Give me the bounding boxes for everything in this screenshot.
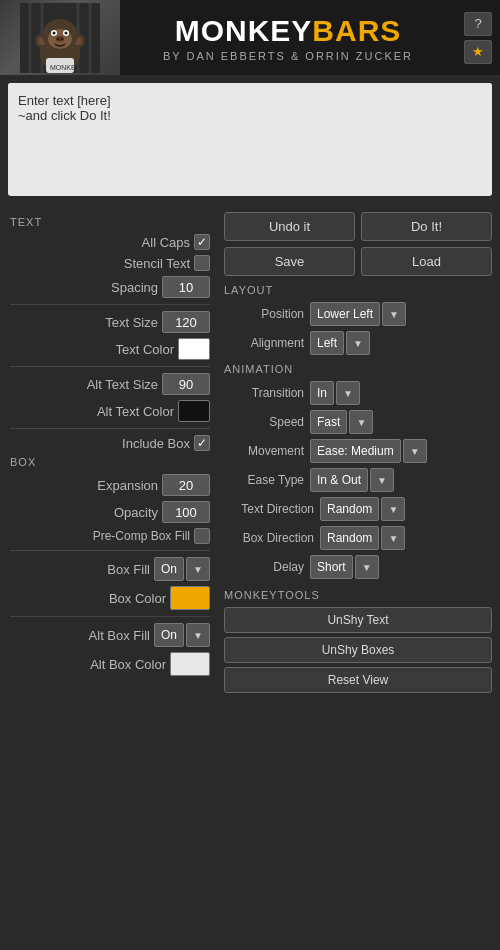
alignment-label: Alignment [224,336,304,350]
include-box-row: Include Box [10,435,210,451]
delay-value[interactable]: Short [310,555,353,579]
box-direction-row: Box Direction Random ▼ [224,526,492,550]
text-direction-value[interactable]: Random [320,497,379,521]
doit-button[interactable]: Do It! [361,212,492,241]
ease-type-label: Ease Type [224,473,304,487]
alt-box-fill-row: Alt Box Fill On ▼ [10,623,210,647]
speed-label: Speed [224,415,304,429]
box-direction-arrow[interactable]: ▼ [381,526,405,550]
movement-value[interactable]: Ease: Medium [310,439,401,463]
alt-box-color-label: Alt Box Color [10,657,166,672]
expansion-row: Expansion 20 [10,474,210,496]
text-size-label: Text Size [10,315,158,330]
save-button[interactable]: Save [224,247,355,276]
opacity-row: Opacity 100 [10,501,210,523]
star-button[interactable]: ★ [464,40,492,64]
text-color-label: Text Color [10,342,174,357]
all-caps-row: All Caps [10,234,210,250]
ease-type-value[interactable]: In & Out [310,468,368,492]
text-color-row: Text Color [10,338,210,360]
alignment-arrow[interactable]: ▼ [346,331,370,355]
layout-section-label: LAYOUT [224,284,492,296]
box-fill-value[interactable]: On [154,557,184,581]
text-direction-arrow[interactable]: ▼ [381,497,405,521]
spacing-input[interactable]: 10 [162,276,210,298]
transition-arrow[interactable]: ▼ [336,381,360,405]
undo-doit-row: Undo it Do It! [224,212,492,241]
text-size-input[interactable]: 120 [162,311,210,333]
text-section-label: TEXT [10,216,210,228]
monkey-icon: MONKEY [0,0,120,75]
movement-label: Movement [224,444,304,458]
bars-word: BARS [312,14,401,47]
stencil-text-checkbox[interactable] [194,255,210,271]
alt-text-size-input[interactable]: 90 [162,373,210,395]
precomp-row: Pre-Comp Box Fill [10,528,210,544]
spacing-label: Spacing [10,280,158,295]
position-arrow[interactable]: ▼ [382,302,406,326]
main-panel: TEXT All Caps Stencil Text Spacing 10 Te… [0,204,500,705]
transition-row: Transition In ▼ [224,381,492,405]
expansion-input[interactable]: 20 [162,474,210,496]
alt-box-fill-combo: On ▼ [154,623,210,647]
speed-arrow[interactable]: ▼ [349,410,373,434]
position-label: Position [224,307,304,321]
text-color-swatch[interactable] [178,338,210,360]
alt-text-color-row: Alt Text Color [10,400,210,422]
animation-section-label: ANIMATION [224,363,492,375]
box-direction-value[interactable]: Random [320,526,379,550]
alignment-value[interactable]: Left [310,331,344,355]
speed-combo: Fast ▼ [310,410,373,434]
text-direction-row: Text Direction Random ▼ [224,497,492,521]
unshy-text-button[interactable]: UnShy Text [224,607,492,633]
ease-type-combo: In & Out ▼ [310,468,394,492]
help-button[interactable]: ? [464,12,492,36]
include-box-checkbox[interactable] [194,435,210,451]
opacity-input[interactable]: 100 [162,501,210,523]
movement-arrow[interactable]: ▼ [403,439,427,463]
transition-value[interactable]: In [310,381,334,405]
header: MONKEY MONKEYBARS BY DAN EBBERTS & ORRIN… [0,0,500,75]
ease-type-row: Ease Type In & Out ▼ [224,468,492,492]
reset-view-button[interactable]: Reset View [224,667,492,693]
alt-box-fill-arrow[interactable]: ▼ [186,623,210,647]
box-fill-row: Box Fill On ▼ [10,557,210,581]
precomp-checkbox[interactable] [194,528,210,544]
main-text-input[interactable] [8,83,492,193]
alignment-combo: Left ▼ [310,331,370,355]
position-value[interactable]: Lower Left [310,302,380,326]
alt-box-fill-value[interactable]: On [154,623,184,647]
position-row: Position Lower Left ▼ [224,302,492,326]
divider-2 [10,366,210,367]
alt-text-color-swatch[interactable] [178,400,210,422]
undo-button[interactable]: Undo it [224,212,355,241]
box-color-label: Box Color [10,591,166,606]
alt-box-color-swatch[interactable] [170,652,210,676]
speed-value[interactable]: Fast [310,410,347,434]
alt-text-color-label: Alt Text Color [10,404,174,419]
header-subtitle: BY DAN EBBERTS & ORRIN ZUCKER [163,50,413,62]
unshy-boxes-button[interactable]: UnShy Boxes [224,637,492,663]
delay-row: Delay Short ▼ [224,555,492,579]
box-section-label: BOX [10,456,210,468]
header-title-area: MONKEYBARS BY DAN EBBERTS & ORRIN ZUCKER [120,6,456,70]
delay-arrow[interactable]: ▼ [355,555,379,579]
box-color-swatch[interactable] [170,586,210,610]
alt-box-fill-label: Alt Box Fill [10,628,150,643]
header-app-name: MONKEYBARS [175,14,402,48]
movement-row: Movement Ease: Medium ▼ [224,439,492,463]
box-color-row: Box Color [10,586,210,610]
opacity-label: Opacity [10,505,158,520]
load-button[interactable]: Load [361,247,492,276]
stencil-text-label: Stencil Text [10,256,190,271]
all-caps-checkbox[interactable] [194,234,210,250]
expansion-label: Expansion [10,478,158,493]
transition-label: Transition [224,386,304,400]
divider-5 [10,616,210,617]
box-fill-combo: On ▼ [154,557,210,581]
text-direction-label: Text Direction [224,502,314,516]
box-fill-arrow[interactable]: ▼ [186,557,210,581]
ease-type-arrow[interactable]: ▼ [370,468,394,492]
delay-label: Delay [224,560,304,574]
alt-box-color-row: Alt Box Color [10,652,210,676]
